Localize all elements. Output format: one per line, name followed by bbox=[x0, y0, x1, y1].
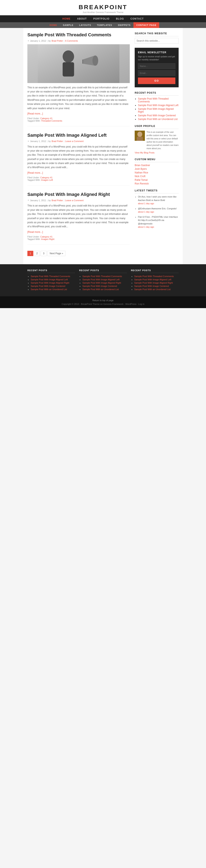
site-title: BREAKPOINT bbox=[0, 4, 206, 10]
recent-post-link-4[interactable]: Sample Post With Image Centered bbox=[138, 114, 176, 117]
page-1[interactable]: 1 bbox=[27, 251, 33, 256]
post-author-2[interactable]: Brad Potter bbox=[51, 140, 63, 143]
recent-post-link-1[interactable]: Sample Post With Threaded Comments bbox=[138, 97, 169, 103]
primary-nav-contact[interactable]: CONTACT bbox=[127, 15, 147, 22]
footer-w1-link-5[interactable]: Sample Post With an Unordered List bbox=[31, 288, 67, 290]
page-3[interactable]: 3 bbox=[41, 251, 47, 256]
footer-w1-link-3[interactable]: Sample Post With Image Aligned Right bbox=[31, 282, 69, 284]
return-to-top[interactable]: Return to top of page bbox=[4, 299, 202, 302]
post-title-link-1[interactable]: Sample Post With Threaded Comments bbox=[27, 32, 111, 37]
post-title-link-2[interactable]: Sample Post With Image Aligned Left bbox=[27, 133, 107, 138]
newsletter-name-input[interactable] bbox=[138, 63, 175, 69]
menu-link-3[interactable]: Nathan Rice bbox=[135, 171, 148, 174]
footer-w2-link-2[interactable]: Sample Post With Image Aligned Left bbox=[82, 278, 120, 281]
secondary-nav-contact-page[interactable]: CONTACT PAGE bbox=[133, 22, 159, 28]
footer-widget-col-1: RECENT POSTS Sample Post With Threaded C… bbox=[27, 269, 75, 291]
tweets-title: LATEST TWEETS bbox=[135, 189, 179, 193]
secondary-nav-home[interactable]: HOME bbox=[47, 22, 60, 28]
recent-posts-list: Sample Post With Threaded Comments Sampl… bbox=[135, 97, 179, 121]
recent-post-link-5[interactable]: Sample Post With an Unordered List bbox=[138, 118, 178, 121]
page-2[interactable]: 2 bbox=[34, 251, 40, 256]
post-title-link-3[interactable]: Sample Post With Image Aligned Right bbox=[27, 192, 110, 197]
post-comments-1[interactable]: 6 Comments bbox=[65, 39, 78, 42]
user-avatar bbox=[135, 131, 145, 141]
footer-w2-link-3[interactable]: Sample Post With Image Aligned Right bbox=[82, 282, 121, 284]
menu-link-2[interactable]: Josh Byers bbox=[135, 167, 147, 170]
footer-w1-link-2[interactable]: Sample Post With Image Aligned Left bbox=[31, 278, 68, 281]
site-tagline: Just Another Genesis Framework Theme bbox=[0, 11, 206, 13]
footer-w2-link-4[interactable]: Sample Post With Image Centered bbox=[82, 285, 117, 287]
footer-w2-link-5[interactable]: Sample Post With an Unordered List bbox=[82, 288, 119, 290]
menu-item-5: Rafal Tomal bbox=[135, 179, 179, 181]
post-comments-3[interactable]: Leave a Comment bbox=[65, 199, 84, 202]
newsletter-email-input[interactable] bbox=[138, 70, 175, 76]
footer-widgets: RECENT POSTS Sample Post With Threaded C… bbox=[0, 264, 206, 296]
post-category-2[interactable]: Category #1 bbox=[40, 176, 53, 179]
tweet-time-3[interactable]: about 1 day ago bbox=[138, 225, 179, 229]
tweet-time-2[interactable]: about 1 day ago bbox=[138, 210, 179, 214]
site-footer: Return to top of page Copyright © 2013 ·… bbox=[0, 296, 206, 308]
post-footer-3: Filed Under: Category #1 Tagged With: Im… bbox=[27, 236, 130, 240]
newsletter-title: EMAIL NEWSLETTER bbox=[138, 51, 175, 54]
post-tags-1[interactable]: Threaded Comments bbox=[41, 120, 62, 122]
footer-w1-link-4[interactable]: Sample Post With Image Centered bbox=[31, 285, 65, 287]
search-input[interactable] bbox=[135, 38, 179, 44]
post-category-3[interactable]: Category #1 bbox=[40, 236, 53, 238]
footer-w3-link-2[interactable]: Sample Post With Image Aligned Left bbox=[134, 278, 172, 281]
post-footer-1: Filed Under: Category #1 Tagged With: Th… bbox=[27, 117, 130, 122]
menu-link-6[interactable]: Ron Rennick bbox=[135, 182, 149, 185]
custom-menu-widget: CUSTOM MENU Brian Gardner Josh Byers Nat… bbox=[135, 158, 179, 185]
content-sidebar-wrap: Sample Post With Threaded Comments ✦ Jan… bbox=[23, 28, 183, 264]
post-readmore-3[interactable]: [Read more...] bbox=[27, 230, 43, 234]
primary-nav-about[interactable]: ABOUT bbox=[74, 15, 90, 22]
user-profile-widget: USER PROFILE This is an example of the u… bbox=[135, 125, 179, 154]
footer-w3-link-3[interactable]: Sample Post With Image Aligned Right bbox=[134, 282, 173, 284]
view-blog-posts-link[interactable]: View My Blog Posts bbox=[135, 151, 179, 154]
footer-w3-link-5[interactable]: Sample Post With an Unordered List bbox=[134, 288, 171, 290]
post-readmore-2[interactable]: [Read more...] bbox=[27, 172, 43, 174]
user-profile-title: USER PROFILE bbox=[135, 125, 179, 129]
post-footer-2: Filed Under: Category #1 Tagged With: Im… bbox=[27, 176, 130, 181]
footer-w3-link-4[interactable]: Sample Post With Image Centered bbox=[134, 285, 169, 287]
footer-widgets-inner: RECENT POSTS Sample Post With Threaded C… bbox=[23, 269, 183, 291]
footer-widget-list-2: Sample Post With Threaded Comments Sampl… bbox=[79, 275, 127, 290]
post-content-1: This is an example of a WordPress post, … bbox=[27, 86, 130, 111]
post-author-3[interactable]: Brad Potter bbox=[51, 199, 63, 202]
tweet-text-2: @Enthusiam Awesome Eric. Congrats! bbox=[138, 207, 177, 210]
post-category-1[interactable]: Category #1 bbox=[40, 117, 53, 120]
svg-rect-9 bbox=[137, 137, 143, 141]
menu-link-4[interactable]: Nick Croft bbox=[135, 175, 146, 178]
secondary-nav-sample[interactable]: SAMPLE bbox=[60, 22, 76, 28]
post-tags-2[interactable]: Images Left bbox=[41, 179, 53, 181]
post-meta-3: ✦ January 1, 2011 | by Brad Potter | Lea… bbox=[27, 199, 130, 202]
post-author-1[interactable]: Brad Potter bbox=[51, 39, 63, 42]
footer-w3-link-1[interactable]: Sample Post With Threaded Comments bbox=[134, 275, 174, 278]
primary-nav-home[interactable]: HOME bbox=[59, 15, 74, 22]
svg-rect-3 bbox=[63, 62, 74, 76]
primary-nav-portfolio[interactable]: PORTFOLIO bbox=[90, 15, 113, 22]
secondary-nav-layouts[interactable]: LAYOUTS bbox=[76, 22, 94, 28]
tweet-time-1[interactable]: about 1 day ago bbox=[138, 202, 179, 205]
footer-w1-link-1[interactable]: Sample Post With Threaded Comments bbox=[31, 275, 70, 278]
post-readmore-1[interactable]: [Read more...] bbox=[27, 112, 43, 115]
recent-post-link-2[interactable]: Sample Post With Image Aligned Left bbox=[138, 104, 178, 107]
newsletter-submit-button[interactable]: GO bbox=[138, 78, 175, 84]
menu-item-1: Brian Gardner bbox=[135, 164, 179, 167]
primary-nav-blog[interactable]: BLOG bbox=[113, 15, 127, 22]
secondary-nav-templates[interactable]: TEMPLATES bbox=[94, 22, 115, 28]
post-comments-2[interactable]: Leave a Comment bbox=[65, 140, 84, 143]
menu-link-5[interactable]: Rafal Tomal bbox=[135, 179, 148, 181]
post-tags-3[interactable]: Images Right bbox=[41, 238, 54, 240]
secondary-nav-snippets[interactable]: SNIPPETS bbox=[115, 22, 133, 28]
custom-menu-list: Brian Gardner Josh Byers Nathan Rice Nic… bbox=[135, 164, 179, 185]
post-image-1 bbox=[27, 44, 130, 83]
post-title-3: Sample Post With Image Aligned Right bbox=[27, 192, 130, 197]
next-page[interactable]: Next Page » bbox=[47, 251, 66, 256]
footer-w2-link-1[interactable]: Sample Post With Threaded Comments bbox=[82, 275, 122, 278]
menu-link-1[interactable]: Brian Gardner bbox=[135, 164, 150, 167]
recent-post-link-3[interactable]: Sample Post With Image Aligned Right bbox=[138, 107, 174, 113]
tweet-text-1: Oh Avo, how I wish you were more like Aa… bbox=[138, 195, 177, 202]
recent-post-item-5: Sample Post With an Unordered List bbox=[138, 118, 179, 121]
user-profile-body: This is an example of the user profile c… bbox=[135, 131, 179, 150]
post-image-right: Sample Post With Image Aligned Right ✦ J… bbox=[27, 192, 130, 245]
